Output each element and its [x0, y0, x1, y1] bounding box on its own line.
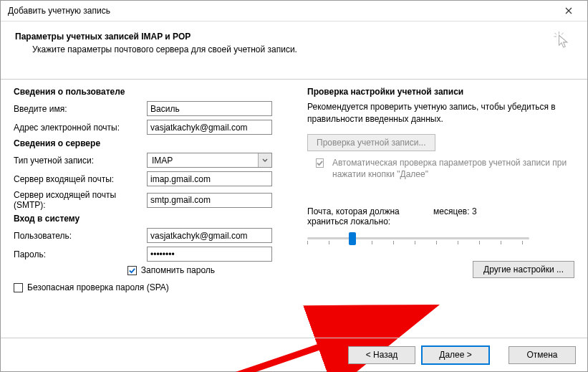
back-button[interactable]: < Назад — [348, 346, 415, 364]
cursor-icon — [551, 32, 572, 52]
test-section-desc: Рекомендуется проверить учетную запись, … — [307, 101, 574, 125]
header: Параметры учетных записей IMAP и POP Ука… — [1, 22, 587, 80]
remember-password-checkbox[interactable] — [127, 266, 137, 275]
password-label: Пароль: — [14, 249, 147, 259]
auto-check-label: Автоматическая проверка параметров учетн… — [332, 157, 574, 181]
email-label: Адрес электронной почты: — [14, 123, 147, 133]
remember-password-label: Запомнить пароль — [141, 265, 215, 275]
add-account-dialog: Добавить учетную запись Параметры учетны… — [0, 0, 588, 372]
svg-line-2 — [554, 33, 556, 35]
username-label: Пользователь: — [14, 231, 147, 241]
cancel-button[interactable]: Отмена — [509, 346, 576, 364]
name-input[interactable] — [147, 101, 272, 116]
incoming-server-input[interactable] — [147, 171, 272, 186]
close-icon — [565, 7, 572, 14]
server-section-heading: Сведения о сервере — [14, 138, 286, 148]
username-input[interactable] — [147, 228, 272, 243]
slider-thumb[interactable] — [349, 232, 356, 245]
close-button[interactable] — [554, 2, 583, 19]
incoming-label: Сервер входящей почты: — [14, 174, 147, 184]
spa-label: Безопасная проверка пароля (SPA) — [27, 282, 169, 292]
name-label: Введите имя: — [14, 104, 147, 114]
spa-checkbox[interactable] — [14, 283, 23, 292]
slider-label-right: месяцев: 3 — [433, 206, 477, 226]
svg-line-3 — [562, 33, 564, 35]
more-settings-button[interactable]: Другие настройки ... — [473, 261, 574, 278]
next-button[interactable]: Далее > — [421, 345, 490, 365]
account-type-label: Тип учетной записи: — [14, 156, 147, 166]
slider-label-left: Почта, которая должна храниться локально… — [307, 206, 422, 226]
titlebar: Добавить учетную запись — [1, 1, 587, 22]
header-desc: Укажите параметры почтового сервера для … — [15, 44, 573, 54]
auto-check-checkbox[interactable] — [316, 158, 324, 168]
outgoing-label: Сервер исходящей почты (SMTP): — [14, 190, 147, 210]
outgoing-server-input[interactable] — [147, 193, 272, 208]
account-type-value: IMAP — [148, 153, 258, 167]
chevron-down-icon — [258, 153, 271, 167]
account-type-select[interactable]: IMAP — [147, 153, 272, 168]
login-section-heading: Вход в систему — [14, 214, 286, 224]
mail-retention-slider[interactable] — [307, 231, 529, 251]
test-account-button[interactable]: Проверка учетной записи... — [307, 134, 435, 151]
body: Сведения о пользователе Введите имя: Адр… — [1, 80, 587, 337]
email-input[interactable] — [147, 120, 272, 135]
user-section-heading: Сведения о пользователе — [14, 87, 286, 97]
footer: < Назад Далее > Отмена — [1, 338, 587, 371]
left-column: Сведения о пользователе Введите имя: Адр… — [14, 84, 286, 295]
password-input[interactable] — [147, 247, 272, 262]
window-title: Добавить учетную запись — [8, 6, 110, 16]
header-title: Параметры учетных записей IMAP и POP — [15, 32, 573, 42]
test-section-heading: Проверка настройки учетной записи — [307, 87, 574, 97]
